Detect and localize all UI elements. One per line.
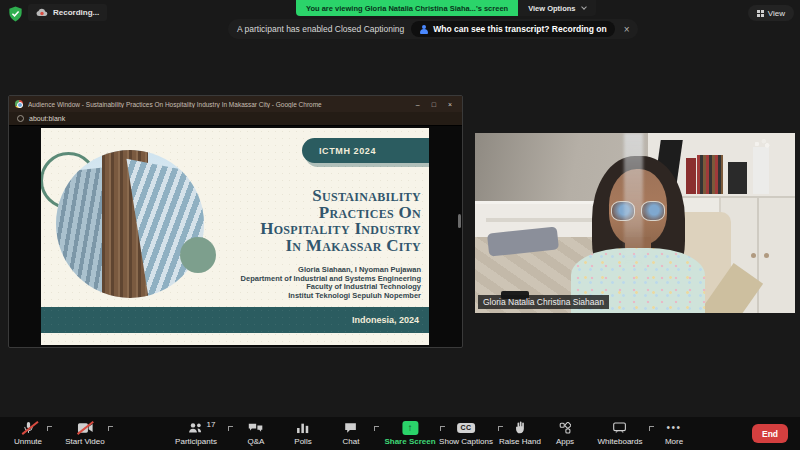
slide-authors: Gloria Siahaan, I Nyoman Pujawan Departm… [241,266,421,300]
participant-video-tile[interactable]: Gloria Natalia Christina Siahaan [475,133,795,313]
slide-title: Sustainability Practices On Hospitality … [260,188,421,254]
slide-footer: Indonesia, 2024 [41,307,429,333]
polls-button[interactable]: Polls [294,420,311,446]
participants-icon: 17 [187,420,204,435]
share-screen-button[interactable]: ↑ Share Screen [384,420,435,446]
browser-titlebar: Audience Window - Sustainability Practic… [9,96,462,112]
camera-off-icon [77,420,93,435]
chat-button[interactable]: Chat [343,420,360,446]
transcript-button-label: Who can see this transcript? Recording o… [433,24,606,34]
notification-close-icon[interactable]: × [624,24,630,35]
apps-button[interactable]: Apps [556,420,574,446]
more-dots-icon: ••• [666,420,681,435]
chevron-down-icon [581,4,587,10]
site-info-icon [17,115,24,122]
show-captions-button[interactable]: CC Show Captions [439,420,493,446]
apps-icon [559,420,571,435]
chrome-icon [15,100,23,108]
slide-title-line: In Makassar City [260,238,421,255]
view-options-button[interactable]: View Options [518,0,595,16]
whiteboards-options-chevron[interactable] [649,426,654,431]
unmute-options-chevron[interactable] [47,426,52,431]
background-flowers [750,137,772,151]
viewing-banner: You are viewing Gloria Natalia Christina… [296,0,596,16]
qa-bubbles-icon [248,420,264,435]
polls-chart-icon [297,420,310,435]
browser-window-title: Audience Window - Sustainability Practic… [28,101,411,108]
video-options-chevron[interactable] [108,426,113,431]
microphone-muted-icon [21,420,34,435]
browser-viewport: ICTMH 2024 Sustainability Practices On H… [9,126,462,345]
cc-notification-bar: A participant has enabled Closed Caption… [228,19,638,39]
grid-view-icon [757,10,764,17]
view-button-label: View [768,9,785,18]
recording-label: Recording... [53,8,99,17]
participants-button[interactable]: 17 Participants [175,420,217,446]
share-screen-icon: ↑ [402,420,418,435]
background-books [697,155,723,195]
participants-options-chevron[interactable] [228,426,233,431]
participants-count: 17 [206,420,215,429]
browser-urlbar[interactable]: about:blank [9,112,462,126]
viewing-banner-text: You are viewing Gloria Natalia Christina… [296,0,518,16]
end-meeting-button[interactable]: End [752,424,788,443]
whiteboard-icon [613,420,627,435]
author-line: Institut Teknologi Sepuluh Nopember [241,292,421,301]
participant-name-label: Gloria Natalia Christina Siahaan [478,295,609,309]
url-text: about:blank [29,115,65,122]
qa-button[interactable]: Q&A [248,420,265,446]
transcript-visibility-button[interactable]: Who can see this transcript? Recording o… [411,21,614,37]
shared-screen-window: Audience Window - Sustainability Practic… [8,95,463,348]
browser-scrollbar[interactable] [458,214,461,228]
cc-notification-text: A participant has enabled Closed Caption… [237,24,404,34]
unmute-button[interactable]: Unmute [14,420,42,446]
window-close-button[interactable]: × [448,101,452,108]
recording-indicator[interactable]: Recording... [28,4,107,21]
more-button[interactable]: ••• More [665,420,683,446]
closed-captions-icon: CC [457,420,475,435]
presentation-slide: ICTMH 2024 Sustainability Practices On H… [41,128,429,345]
raise-hand-button[interactable]: Raise Hand [499,420,541,446]
view-options-label: View Options [528,4,575,13]
chat-options-chevron[interactable] [374,426,379,431]
decorative-sage-circle [180,237,216,273]
chat-bubble-icon [344,420,358,435]
meeting-toolbar: Unmute Start Video 17 Participants Q&A P… [0,417,800,450]
skyscraper-photo [56,150,204,298]
recording-cloud-icon [36,8,48,17]
whiteboards-button[interactable]: Whiteboards [598,420,643,446]
start-video-button[interactable]: Start Video [65,420,104,446]
security-shield-icon[interactable] [8,6,23,22]
view-button[interactable]: View [748,5,794,21]
window-maximize-button[interactable]: □ [432,101,436,108]
light-reflection [624,133,643,263]
window-minimize-button[interactable]: – [416,101,420,108]
participant-icon [419,25,428,34]
conference-badge: ICTMH 2024 [302,138,429,163]
raise-hand-icon [514,420,526,435]
